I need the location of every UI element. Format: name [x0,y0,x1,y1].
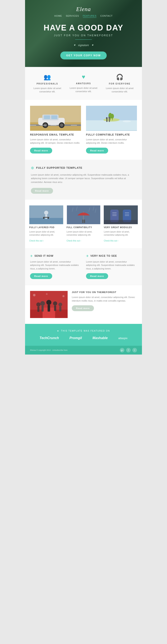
svg-point-57 [36,302,41,306]
svg-point-18 [103,118,120,122]
feature-amateurs-text: Lorem ipsum dolor sit amet consectetur e… [67,86,99,93]
svg-point-26 [108,117,110,118]
svg-rect-14 [71,125,77,126]
col-layered-link[interactable]: Check this out › [29,240,44,242]
svg-rect-13 [51,125,57,126]
send-btn[interactable]: Read more [30,273,52,279]
supported-section: ⊕ FULLY SUPPORTED TEMPLATE Lorem ipsum d… [25,160,142,200]
svg-rect-42 [82,220,83,223]
svg-rect-58 [37,306,40,312]
col-modules-link[interactable]: Check this out › [104,240,118,242]
svg-rect-6 [51,115,57,119]
nice-header: ✈ VERY NICE TO SEE [86,254,137,258]
supported-icon: ⊕ [31,166,34,170]
col-modules: VERY GREAT MODULES Lorem ipsum dolor sit… [104,206,138,242]
nav-services[interactable]: SERVICES [66,14,79,18]
svg-rect-43 [84,220,85,223]
col-compatible-btn[interactable]: Read more [86,148,108,154]
svg-point-22 [111,114,114,118]
facebook-icon[interactable]: f [126,348,131,352]
col-responsive-title: RESPONSIVE EMAIL TEMPLATE [30,133,81,136]
featured-btn[interactable]: Read more [72,305,94,311]
svg-rect-25 [109,118,110,122]
send-it-col: ✈ SEND IT NOW Lorem ipsum dolor sit amet… [30,254,81,279]
feature-amateurs: ♥ AMATEURS Lorem ipsum dolor sit amet co… [65,74,101,94]
hero-subtitle: JUST FOR YOU ON THEMEFOREST [54,34,113,37]
supported-btn[interactable]: Read more [31,188,53,194]
col-responsive-btn[interactable]: Read more [30,148,52,154]
footer-featured-label: ★ THIS TEMPLATE WAS FEATURED ON [30,330,137,332]
svg-rect-60 [42,306,44,312]
footer-social: g+ f t [120,348,137,352]
send-text: Lorem ipsum dolor sit amet, consectetur … [30,260,81,270]
nav-features[interactable]: FEATURES [83,14,97,18]
send-header: ✈ SEND IT NOW [30,254,81,258]
two-col-section: RESPONSIVE EMAIL TEMPLATE Lorem ipsum do… [25,100,142,160]
nav-home[interactable]: HOME [54,14,62,18]
nice-btn[interactable]: Read more [86,273,108,279]
svg-point-67 [33,294,36,296]
skate-image [29,206,63,224]
col-compatible-text: Lorem ipsum dolor sit amet, consectetur … [86,138,137,145]
svg-point-65 [58,302,62,306]
nice-text: Lorem ipsum dolor sit amet, consectetur … [86,260,137,270]
svg-point-27 [123,120,131,122]
car-image [30,106,81,131]
col-modules-text: Lorem ipsum dolor sit amet, consectetur … [104,230,138,236]
col-compatible: FULLY COMPATIBLE TEMPLATE Lorem ipsum do… [86,106,137,154]
nice-to-see-col: ✈ VERY NICE TO SEE Lorem ipsum dolor sit… [86,254,137,279]
col-responsive-text: Lorem ipsum dolor sit amet, consectetur … [30,138,81,145]
email-wrapper: Elena HOME SERVICES FEATURES CONTACT HAV… [25,0,142,354]
feature-professionals-text: Lorem ipsum dolor sit amet consectetur e… [31,86,63,94]
svg-rect-23 [106,119,107,122]
svg-point-33 [43,218,44,219]
supported-title: FULLY SUPPORTED TEMPLATE [36,166,82,169]
brand-techcrunch: TechCrunch [40,336,59,340]
featured-content: JUST FOR YOU ON THEMEFOREST Lorem ipsum … [68,291,137,318]
professionals-icon: 👥 [31,74,63,80]
col-layered-text: Lorem ipsum dolor sit amet, consectetur … [29,230,63,236]
feature-amateurs-title: AMATEURS [67,82,99,85]
brand-promgil: Promgil [70,336,82,340]
svg-rect-53 [104,220,137,224]
svg-rect-64 [54,306,56,311]
rain-image [67,206,101,224]
svg-rect-66 [59,306,61,311]
hero-title: HAVE A GOOD DAY [44,24,123,32]
three-col-section: FULLY LAYERED PSD Lorem ipsum dolor sit … [25,200,142,248]
supported-text: Lorem ipsum dolor sit amet, consectetur … [31,173,136,184]
feature-everyone: 🎧 FOR EVERYONE Lorem ipsum dolor sit ame… [102,74,138,94]
twitter-icon[interactable]: t [132,348,137,352]
nav-contact[interactable]: CONTACT [100,14,112,18]
footer-bottom: Elenea © copyright 2013 · Untsubscribe h… [25,346,142,354]
col-modules-title: VERY GREAT MODULES [104,226,138,228]
featured-title: JUST FOR YOU ON THEMEFOREST [72,291,137,294]
amateurs-icon: ♥ [67,74,99,80]
brand-atlaspix: atlaspix [118,336,127,340]
main-nav: HOME SERVICES FEATURES CONTACT [54,14,113,18]
svg-rect-62 [48,305,50,312]
featured-text: Lorem ipsum dolor sit amet, consectetur … [72,296,137,302]
col-compatible-title: FULLY COMPATIBLE TEMPLATE [86,133,137,136]
featured-image [30,291,68,318]
col-compat-link[interactable]: Check this out › [67,240,81,242]
hero-section: Elena HOME SERVICES FEATURES CONTACT HAV… [25,0,142,67]
send-title: SEND IT NOW [35,254,53,257]
beach-image [86,106,137,131]
supported-header: ⊕ FULLY SUPPORTED TEMPLATE [31,166,136,170]
svg-rect-11 [30,125,36,126]
features-section: 👥 PROFESIONALS Lorem ipsum dolor sit ame… [25,67,142,100]
nice-title: VERY NICE TO SEE [90,254,117,257]
svg-point-69 [46,293,48,295]
brand-logo: Elena [76,6,91,12]
send-icon: ✈ [30,254,33,258]
col-responsive: RESPONSIVE EMAIL TEMPLATE Lorem ipsum do… [30,106,81,154]
svg-point-24 [106,117,108,119]
google-plus-icon[interactable]: g+ [120,348,124,352]
footer-copyright: Elenea © copyright 2013 · Untsubscribe h… [30,349,67,351]
col-compatibility: FULL COMPATIBILITY Lorem ipsum dolor sit… [67,206,101,242]
brand-mashable: Mashable [92,336,108,340]
hero-cta-button[interactable]: GET YOUR COPY NOW [60,52,107,60]
shoes-image [104,206,138,224]
svg-rect-5 [44,115,50,119]
